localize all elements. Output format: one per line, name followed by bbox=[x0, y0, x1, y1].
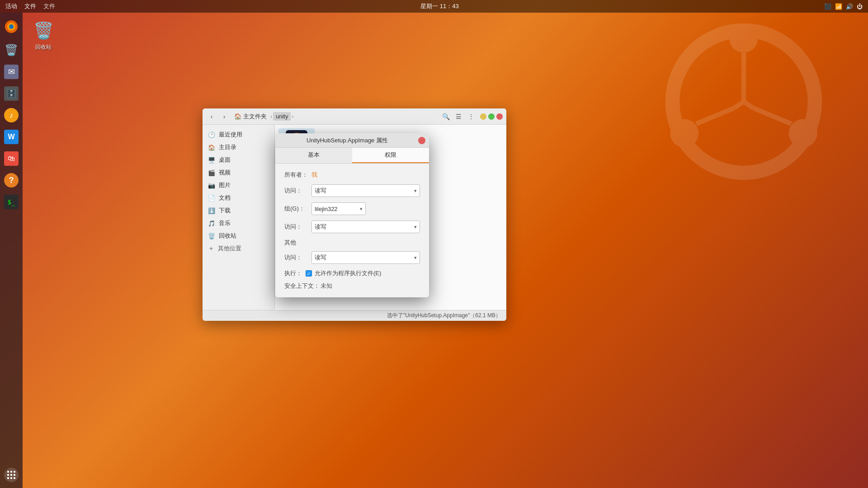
desktop-trash[interactable]: 🗑️ 回收站 bbox=[31, 18, 56, 53]
fm-sidebar-downloads[interactable]: ⬇️ 下载 bbox=[203, 204, 274, 217]
fm-sidebar-recent[interactable]: 🕐 最近使用 bbox=[203, 128, 274, 141]
fm-sidebar-videos-label: 视频 bbox=[219, 169, 231, 177]
fm-sidebar-home-label: 主目录 bbox=[219, 143, 236, 151]
svg-line-10 bbox=[734, 102, 744, 108]
fm-breadcrumb-unity-label: unity bbox=[276, 113, 288, 120]
home-icon: 🏠 bbox=[234, 113, 241, 120]
fm-sidebar-desktop[interactable]: 🖥️ 桌面 bbox=[203, 154, 274, 166]
dock-item-firefox[interactable] bbox=[2, 17, 21, 36]
exec-checkbox-area: 允许作为程序执行文件(E) bbox=[306, 269, 381, 277]
security-row: 安全上下文： 未知 bbox=[284, 282, 420, 290]
fm-view-toggle-button[interactable]: ☰ bbox=[453, 111, 464, 122]
recent-icon: 🕐 bbox=[208, 131, 215, 138]
fm-close-button[interactable] bbox=[496, 113, 503, 120]
exec-checkbox-label: 允许作为程序执行文件(E) bbox=[315, 269, 381, 277]
owner-row: 所有者： 我 bbox=[284, 171, 420, 179]
files-menu[interactable]: 文件 bbox=[24, 2, 36, 10]
desktop-trash-label: 回收站 bbox=[35, 43, 52, 51]
fm-sidebar-music[interactable]: 🎵 音乐 bbox=[203, 217, 274, 230]
owner-access-row: 访问： 读写 ▾ bbox=[284, 184, 420, 197]
dialog-tabs: 基本 权限 bbox=[275, 148, 429, 164]
fm-sidebar-trash[interactable]: 🗑️ 回收站 bbox=[203, 230, 274, 242]
fm-minimize-button[interactable] bbox=[480, 113, 486, 120]
home-nav-icon: 🏠 bbox=[208, 144, 215, 151]
power-icon[interactable]: ⏻ bbox=[857, 3, 863, 10]
datetime: 星期一 11：43 bbox=[420, 3, 459, 9]
owner-access-arrow: ▾ bbox=[414, 188, 417, 194]
fm-breadcrumb-home[interactable]: 🏠 主文件夹 bbox=[231, 112, 269, 122]
fm-forward-button[interactable]: › bbox=[219, 111, 230, 122]
group-value: lilejin322 bbox=[315, 206, 338, 212]
display-icon[interactable]: ⬛ bbox=[824, 3, 831, 10]
fm-breadcrumb-home-label: 主文件夹 bbox=[243, 113, 267, 121]
group-access-value: 读写 bbox=[315, 223, 326, 231]
fm-sidebar-pictures[interactable]: 📷 图片 bbox=[203, 179, 274, 192]
dock-item-terminal[interactable]: $_ bbox=[2, 192, 21, 211]
dialog-tab-permissions[interactable]: 权限 bbox=[352, 148, 429, 163]
videos-icon: 🎬 bbox=[208, 169, 215, 176]
fm-sidebar-other[interactable]: ＋ 其他位置 bbox=[203, 242, 274, 255]
fm-sidebar-pictures-label: 图片 bbox=[219, 181, 231, 189]
fm-search-button[interactable]: 🔍 bbox=[440, 111, 451, 122]
svg-point-2 bbox=[9, 24, 14, 29]
security-value: 未知 bbox=[321, 282, 332, 290]
dock-item-files[interactable]: 🗄️ bbox=[2, 84, 21, 103]
svg-line-9 bbox=[753, 108, 791, 124]
group-access-arrow: ▾ bbox=[414, 224, 417, 230]
wifi-icon[interactable]: 📶 bbox=[835, 3, 842, 10]
exec-row: 执行： 允许作为程序执行文件(E) bbox=[284, 269, 420, 277]
fm-sidebar-downloads-label: 下载 bbox=[219, 206, 231, 215]
fm-back-button[interactable]: ‹ bbox=[206, 111, 217, 122]
breadcrumb-separator-2: › bbox=[292, 113, 293, 120]
group-arrow: ▾ bbox=[360, 206, 363, 212]
fm-nav-right: 🔍 ☰ ⋮ bbox=[440, 111, 503, 122]
fm-breadcrumb-unity[interactable]: unity bbox=[273, 112, 291, 121]
fm-sidebar-documents[interactable]: 📄 文档 bbox=[203, 192, 274, 204]
svg-point-4 bbox=[730, 24, 758, 53]
fm-menu-button[interactable]: ⋮ bbox=[466, 111, 476, 122]
other-access-select[interactable]: 读写 ▾ bbox=[311, 251, 420, 264]
dock-item-store[interactable]: 🛍 bbox=[2, 149, 21, 168]
owner-access-select[interactable]: 读写 ▾ bbox=[311, 184, 420, 197]
pictures-icon: 📷 bbox=[208, 182, 215, 189]
fm-statusbar: 选中了"UnityHubSetup.AppImage"（62.1 MB） bbox=[203, 310, 506, 321]
fm-sidebar-music-label: 音乐 bbox=[219, 219, 231, 227]
breadcrumb-separator: › bbox=[270, 113, 272, 120]
group-access-select[interactable]: 读写 ▾ bbox=[311, 221, 420, 233]
exec-label: 执行： bbox=[284, 269, 302, 277]
exec-checkbox[interactable] bbox=[306, 270, 312, 277]
dock-show-apps[interactable] bbox=[2, 465, 21, 484]
svg-point-6 bbox=[789, 119, 817, 148]
fm-sidebar-desktop-label: 桌面 bbox=[219, 156, 231, 164]
fm-sidebar-recent-label: 最近使用 bbox=[219, 131, 242, 139]
files-submenu[interactable]: 文件 bbox=[43, 2, 55, 10]
other-access-arrow: ▾ bbox=[414, 255, 417, 261]
group-row: 组(G)： lilejin322 ▾ bbox=[284, 202, 420, 215]
fm-sidebar-videos[interactable]: 🎬 视频 bbox=[203, 166, 274, 179]
other-section-title: 其他 bbox=[284, 239, 420, 247]
fm-sidebar-other-label: 其他位置 bbox=[218, 244, 241, 253]
svg-point-5 bbox=[670, 119, 698, 148]
activities-label[interactable]: 活动 bbox=[5, 2, 17, 10]
svg-line-11 bbox=[744, 102, 753, 108]
dialog-close-button[interactable]: ✕ bbox=[418, 137, 425, 144]
other-access-label: 访问： bbox=[284, 253, 311, 262]
fm-maximize-button[interactable] bbox=[488, 113, 495, 120]
dock-item-trash[interactable]: 🗑️ bbox=[2, 41, 21, 60]
dialog-tab-permissions-label: 权限 bbox=[385, 151, 396, 159]
group-select[interactable]: lilejin322 ▾ bbox=[311, 202, 366, 215]
volume-icon[interactable]: 🔊 bbox=[846, 3, 853, 10]
dock-item-help[interactable]: ? bbox=[2, 171, 21, 190]
topbar: 活动 文件 文件 星期一 11：43 ⬛ 📶 🔊 ⏻ bbox=[0, 0, 868, 13]
security-label: 安全上下文： bbox=[284, 282, 321, 290]
documents-icon: 📄 bbox=[208, 195, 215, 202]
group-access-label: 访问： bbox=[284, 223, 311, 231]
fm-sidebar-home[interactable]: 🏠 主目录 bbox=[203, 141, 274, 154]
other-access-row: 访问： 读写 ▾ bbox=[284, 251, 420, 264]
dialog-tab-basic[interactable]: 基本 bbox=[275, 148, 352, 163]
dock-item-email[interactable]: ✉ bbox=[2, 62, 21, 81]
dialog-body: 所有者： 我 访问： 读写 ▾ 组(G)： lilejin322 ▾ bbox=[275, 164, 429, 297]
fm-breadcrumb: 🏠 主文件夹 › unity › bbox=[231, 112, 439, 122]
dock-item-music[interactable]: ♪ bbox=[2, 106, 21, 125]
dock-item-writer[interactable]: W bbox=[2, 127, 21, 146]
